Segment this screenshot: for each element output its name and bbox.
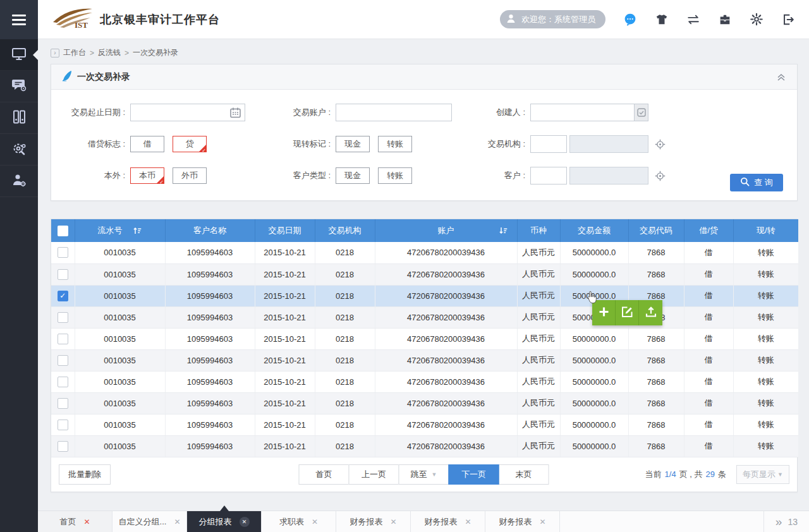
table-cell: 1095994603 [165, 414, 255, 435]
table-cell: 2015-10-21 [255, 371, 315, 392]
bottom-tab-bar: 首页✕自定义分组...✕分组报表✕求职表✕财务报表✕财务报表✕财务报表✕»13 [38, 511, 809, 532]
creator-check-button[interactable] [635, 104, 648, 121]
jump-to-button[interactable]: 跳至▼ [399, 464, 449, 485]
table-cell: 0218 [315, 263, 375, 285]
tab-overflow-button[interactable]: »13 [763, 511, 809, 532]
table-row[interactable]: 001003510959946032015-10-210218472067802… [51, 263, 798, 285]
last-page-button[interactable]: 末页 [499, 464, 549, 485]
logout-icon[interactable] [781, 13, 795, 27]
table-cell: 50000000.0 [560, 371, 628, 392]
tab-close-icon[interactable]: ✕ [174, 517, 180, 526]
breadcrumb-item-aml[interactable]: 反洗钱 [98, 47, 121, 58]
per-page-select[interactable]: 每页显示 ▼ [736, 465, 789, 484]
sidebar-item-workspace[interactable] [0, 39, 38, 71]
table-cell: 7868 [628, 328, 684, 349]
row-checkbox[interactable] [58, 269, 68, 280]
row-checkbox[interactable] [58, 377, 68, 387]
chat-bubble-icon[interactable] [623, 13, 637, 27]
next-page-button[interactable]: 下一页 [449, 464, 499, 485]
row-checkbox[interactable] [58, 441, 68, 452]
theme-tshirt-icon[interactable] [655, 13, 669, 27]
row-checkbox[interactable]: ✓ [58, 291, 68, 301]
table-cell: 7868 [628, 242, 684, 263]
customer-picker-crosshair-icon[interactable] [655, 171, 666, 181]
sort-ascending-icon[interactable] [133, 226, 142, 235]
swap-arrows-icon[interactable] [686, 13, 700, 27]
search-button[interactable]: 查 询 [730, 174, 783, 191]
user-welcome-badge[interactable]: 欢迎您：系统管理员 [500, 10, 605, 28]
date-range-input[interactable] [130, 104, 245, 121]
tab-财务报表[interactable]: 财务报表✕ [336, 511, 411, 532]
sidebar-item-system-tools[interactable] [0, 134, 38, 166]
select-all-checkbox[interactable] [58, 226, 68, 236]
settings-gear-icon[interactable] [750, 13, 763, 27]
calendar-icon[interactable] [229, 107, 241, 121]
batch-delete-button[interactable]: 批量删除 [59, 464, 111, 485]
table-row[interactable]: ✓001003510959946032015-10-21021847206780… [51, 285, 798, 306]
menu-hamburger-icon[interactable] [0, 0, 38, 39]
tab-close-icon[interactable]: ✕ [539, 517, 545, 526]
foreign-currency-toggle[interactable]: 外币 [173, 167, 207, 184]
credit-toggle[interactable]: 贷✓ [173, 136, 207, 152]
customer-code-input[interactable] [530, 167, 567, 184]
table-cell: 转账 [733, 285, 798, 306]
briefcase-icon[interactable] [718, 13, 732, 27]
row-checkbox[interactable] [58, 312, 68, 323]
edit-row-button[interactable] [616, 300, 639, 325]
sidebar-item-archives[interactable] [0, 102, 38, 134]
collapse-chevrons-icon[interactable] [776, 72, 787, 82]
first-page-button[interactable]: 首页 [299, 464, 350, 485]
pagination-info: 当前 1/4 页 , 共 29 条 [645, 469, 726, 480]
cash-toggle[interactable]: 现金 [336, 136, 370, 152]
org-picker-crosshair-icon[interactable] [655, 139, 666, 150]
row-checkbox[interactable] [58, 355, 68, 366]
org-name-field [569, 135, 648, 153]
sidebar-item-user-management[interactable] [0, 166, 38, 197]
column-header-0[interactable]: 流水号 [75, 219, 165, 242]
transactions-table: 流水号客户名称交易日期交易机构账户币种交易金额交易代码借/贷现/转 001003… [51, 219, 798, 457]
table-row[interactable]: 001003510959946032015-10-210218472067802… [51, 392, 798, 414]
org-code-input[interactable] [530, 135, 567, 153]
row-checkbox[interactable] [58, 334, 68, 344]
tab-close-icon[interactable]: ✕ [465, 517, 471, 526]
add-row-button[interactable] [592, 300, 616, 325]
local-currency-toggle[interactable]: 本币✓ [130, 167, 164, 184]
table-cell: 1095994603 [165, 349, 255, 371]
customer-cash-toggle[interactable]: 现金 [336, 167, 370, 184]
customer-transfer-toggle[interactable]: 转账 [378, 167, 412, 184]
table-row[interactable]: 001003510959946032015-10-210218472067802… [51, 306, 798, 328]
table-row[interactable]: 001003510959946032015-10-210218472067802… [51, 242, 798, 263]
tab-求职表[interactable]: 求职表✕ [262, 511, 336, 532]
table-row[interactable]: 001003510959946032015-10-210218472067802… [51, 371, 798, 392]
tab-close-icon[interactable]: ✕ [83, 517, 90, 526]
tab-首页[interactable]: 首页✕ [38, 511, 113, 532]
table-row[interactable]: 001003510959946032015-10-210218472067802… [51, 435, 798, 457]
table-row[interactable]: 001003510959946032015-10-210218472067802… [51, 349, 798, 371]
row-checkbox[interactable] [58, 420, 68, 430]
row-checkbox[interactable] [58, 247, 68, 258]
breadcrumb-item-workbench[interactable]: 工作台 [63, 47, 86, 58]
tab-自定义分组[interactable]: 自定义分组...✕ [113, 511, 187, 532]
column-header-4[interactable]: 账户 [375, 219, 517, 242]
creator-input[interactable] [530, 104, 635, 121]
tab-财务报表[interactable]: 财务报表✕ [411, 511, 485, 532]
tab-财务报表[interactable]: 财务报表✕ [485, 511, 560, 532]
prev-page-button[interactable]: 上一页 [349, 464, 399, 485]
table-row[interactable]: 001003510959946032015-10-210218472067802… [51, 328, 798, 349]
caret-down-icon: ▼ [432, 471, 437, 478]
tab-close-icon[interactable]: ✕ [240, 517, 250, 527]
upload-row-button[interactable] [639, 300, 662, 325]
breadcrumb-item-current: 一次交易补录 [133, 47, 178, 58]
sidebar-item-messages[interactable] [0, 71, 38, 102]
sort-descending-icon[interactable] [499, 226, 508, 235]
customer-label: 客户 : [462, 170, 530, 181]
table-row[interactable]: 001003510959946032015-10-210218472067802… [51, 414, 798, 435]
transfer-toggle[interactable]: 转账 [378, 136, 412, 152]
tab-close-icon[interactable]: ✕ [312, 517, 318, 526]
tab-close-icon[interactable]: ✕ [390, 517, 396, 526]
tab-分组报表[interactable]: 分组报表✕ [187, 511, 262, 532]
trade-account-input[interactable] [336, 104, 452, 121]
table-cell: 1095994603 [165, 285, 255, 306]
row-checkbox[interactable] [58, 398, 68, 409]
debit-toggle[interactable]: 借 [130, 136, 164, 152]
